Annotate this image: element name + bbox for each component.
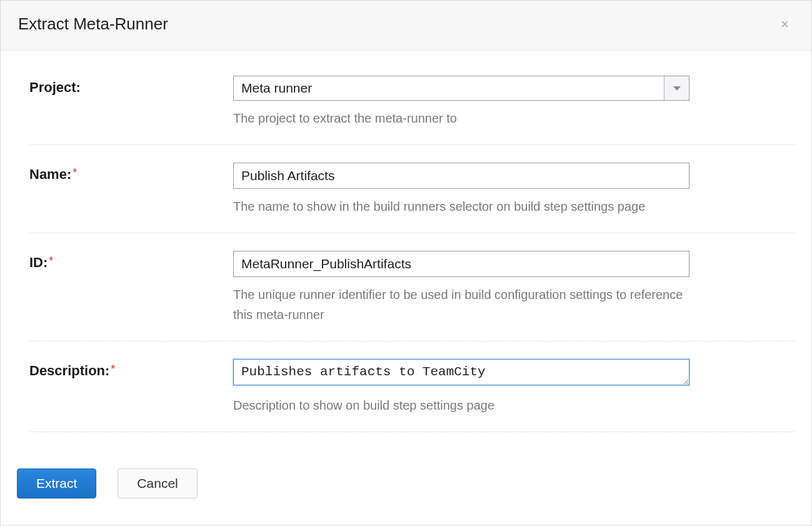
project-select-trigger[interactable]	[664, 76, 689, 100]
row-project: Project: Meta runner The project to extr…	[29, 76, 795, 145]
project-select-value: Meta runner	[234, 76, 664, 100]
name-hint: The name to show in the build runners se…	[233, 196, 689, 216]
description-hint: Description to show on build step settin…	[233, 395, 689, 415]
id-hint: The unique runner identifier to be used …	[233, 285, 689, 325]
cancel-button[interactable]: Cancel	[118, 468, 197, 498]
required-icon: *	[111, 363, 115, 375]
description-label: Description:	[29, 363, 109, 378]
required-icon: *	[73, 166, 77, 179]
name-input[interactable]	[233, 163, 689, 189]
project-select[interactable]: Meta runner	[233, 76, 689, 101]
row-description: Description:* Description to show on bui…	[29, 359, 795, 432]
dialog-body: Project: Meta runner The project to extr…	[1, 51, 811, 432]
dialog-title: Extract Meta-Runner	[18, 14, 168, 34]
id-label: ID:	[29, 255, 48, 270]
project-hint: The project to extract the meta-runner t…	[233, 108, 689, 128]
dialog-header: Extract Meta-Runner ×	[1, 1, 811, 51]
chevron-down-icon	[673, 86, 681, 91]
row-id: ID:* The unique runner identifier to be …	[29, 251, 795, 341]
extract-button[interactable]: Extract	[17, 468, 96, 498]
description-textarea[interactable]	[233, 359, 689, 385]
extract-meta-runner-dialog: Extract Meta-Runner × Project: Meta runn…	[0, 0, 812, 526]
id-input[interactable]	[233, 251, 689, 277]
close-icon[interactable]: ×	[776, 15, 794, 34]
required-icon: *	[49, 255, 53, 267]
row-name: Name:* The name to show in the build run…	[29, 163, 795, 233]
name-label: Name:	[29, 166, 71, 182]
project-label: Project:	[29, 79, 81, 95]
dialog-footer: Extract Cancel	[1, 450, 811, 515]
